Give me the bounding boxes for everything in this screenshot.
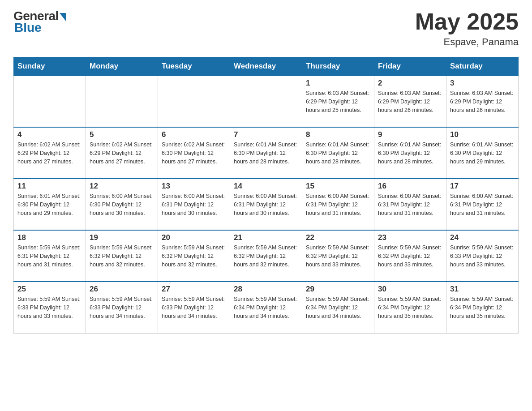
day-info: Sunrise: 5:59 AM Sunset: 6:32 PM Dayligh… — [306, 244, 370, 269]
day-info: Sunrise: 6:03 AM Sunset: 6:29 PM Dayligh… — [306, 89, 370, 114]
calendar-cell: 4Sunrise: 6:02 AM Sunset: 6:29 PM Daylig… — [14, 127, 86, 179]
calendar-cell: 1Sunrise: 6:03 AM Sunset: 6:29 PM Daylig… — [302, 76, 374, 127]
day-info: Sunrise: 5:59 AM Sunset: 6:34 PM Dayligh… — [234, 295, 298, 320]
day-number: 18 — [17, 233, 82, 242]
day-info: Sunrise: 6:01 AM Sunset: 6:30 PM Dayligh… — [306, 141, 370, 166]
calendar-cell — [230, 76, 302, 127]
day-number: 15 — [306, 182, 370, 191]
day-info: Sunrise: 6:00 AM Sunset: 6:31 PM Dayligh… — [306, 192, 370, 217]
day-number: 28 — [234, 285, 298, 294]
day-info: Sunrise: 5:59 AM Sunset: 6:32 PM Dayligh… — [234, 244, 298, 269]
calendar-cell: 24Sunrise: 5:59 AM Sunset: 6:33 PM Dayli… — [446, 230, 519, 282]
calendar-cell: 23Sunrise: 5:59 AM Sunset: 6:32 PM Dayli… — [374, 230, 446, 282]
day-number: 2 — [378, 79, 442, 88]
title-block: May 2025 Espave, Panama — [415, 9, 519, 48]
calendar-cell: 3Sunrise: 6:03 AM Sunset: 6:29 PM Daylig… — [446, 76, 519, 127]
day-info: Sunrise: 6:00 AM Sunset: 6:31 PM Dayligh… — [450, 192, 515, 217]
day-number: 12 — [90, 182, 154, 191]
calendar-cell: 14Sunrise: 6:00 AM Sunset: 6:31 PM Dayli… — [230, 179, 302, 230]
day-info: Sunrise: 6:02 AM Sunset: 6:29 PM Dayligh… — [17, 141, 82, 166]
calendar-cell — [14, 76, 86, 127]
logo-arrow-icon — [60, 13, 66, 21]
calendar-cell: 19Sunrise: 5:59 AM Sunset: 6:32 PM Dayli… — [86, 230, 158, 282]
day-info: Sunrise: 5:59 AM Sunset: 6:32 PM Dayligh… — [162, 244, 226, 269]
calendar-cell: 21Sunrise: 5:59 AM Sunset: 6:32 PM Dayli… — [230, 230, 302, 282]
calendar-week-row: 18Sunrise: 5:59 AM Sunset: 6:31 PM Dayli… — [14, 230, 519, 282]
calendar-cell: 9Sunrise: 6:01 AM Sunset: 6:30 PM Daylig… — [374, 127, 446, 179]
calendar-cell: 15Sunrise: 6:00 AM Sunset: 6:31 PM Dayli… — [302, 179, 374, 230]
day-info: Sunrise: 6:03 AM Sunset: 6:29 PM Dayligh… — [450, 89, 515, 114]
day-info: Sunrise: 6:00 AM Sunset: 6:31 PM Dayligh… — [234, 192, 298, 217]
day-info: Sunrise: 5:59 AM Sunset: 6:33 PM Dayligh… — [450, 244, 515, 269]
day-number: 8 — [306, 130, 370, 139]
day-number: 31 — [450, 285, 515, 294]
calendar-cell: 30Sunrise: 5:59 AM Sunset: 6:34 PM Dayli… — [374, 282, 446, 333]
day-info: Sunrise: 6:00 AM Sunset: 6:30 PM Dayligh… — [90, 192, 154, 217]
day-number: 9 — [378, 130, 442, 139]
day-number: 22 — [306, 233, 370, 242]
calendar-cell: 16Sunrise: 6:00 AM Sunset: 6:31 PM Dayli… — [374, 179, 446, 230]
calendar-cell: 10Sunrise: 6:01 AM Sunset: 6:30 PM Dayli… — [446, 127, 519, 179]
day-info: Sunrise: 5:59 AM Sunset: 6:32 PM Dayligh… — [378, 244, 442, 269]
day-number: 5 — [90, 130, 154, 139]
calendar-cell: 22Sunrise: 5:59 AM Sunset: 6:32 PM Dayli… — [302, 230, 374, 282]
day-number: 30 — [378, 285, 442, 294]
calendar-cell: 31Sunrise: 5:59 AM Sunset: 6:34 PM Dayli… — [446, 282, 519, 333]
day-info: Sunrise: 6:01 AM Sunset: 6:30 PM Dayligh… — [378, 141, 442, 166]
column-header-friday: Friday — [374, 57, 446, 76]
day-number: 10 — [450, 130, 515, 139]
day-info: Sunrise: 5:59 AM Sunset: 6:32 PM Dayligh… — [90, 244, 154, 269]
calendar-cell: 13Sunrise: 6:00 AM Sunset: 6:31 PM Dayli… — [158, 179, 230, 230]
column-header-saturday: Saturday — [446, 57, 519, 76]
calendar-cell: 17Sunrise: 6:00 AM Sunset: 6:31 PM Dayli… — [446, 179, 519, 230]
day-info: Sunrise: 5:59 AM Sunset: 6:33 PM Dayligh… — [17, 295, 82, 320]
calendar-cell: 5Sunrise: 6:02 AM Sunset: 6:29 PM Daylig… — [86, 127, 158, 179]
calendar-week-row: 4Sunrise: 6:02 AM Sunset: 6:29 PM Daylig… — [14, 127, 519, 179]
day-number: 29 — [306, 285, 370, 294]
day-number: 23 — [378, 233, 442, 242]
day-number: 13 — [162, 182, 226, 191]
day-info: Sunrise: 6:03 AM Sunset: 6:29 PM Dayligh… — [378, 89, 442, 114]
day-number: 3 — [450, 79, 515, 88]
calendar-week-row: 11Sunrise: 6:01 AM Sunset: 6:30 PM Dayli… — [14, 179, 519, 230]
column-header-monday: Monday — [86, 57, 158, 76]
day-info: Sunrise: 6:01 AM Sunset: 6:30 PM Dayligh… — [17, 192, 82, 217]
calendar-cell: 20Sunrise: 5:59 AM Sunset: 6:32 PM Dayli… — [158, 230, 230, 282]
day-number: 25 — [17, 285, 82, 294]
day-number: 19 — [90, 233, 154, 242]
day-number: 26 — [90, 285, 154, 294]
calendar-cell: 8Sunrise: 6:01 AM Sunset: 6:30 PM Daylig… — [302, 127, 374, 179]
calendar-cell: 28Sunrise: 5:59 AM Sunset: 6:34 PM Dayli… — [230, 282, 302, 333]
day-number: 1 — [306, 79, 370, 88]
column-header-thursday: Thursday — [302, 57, 374, 76]
day-number: 17 — [450, 182, 515, 191]
calendar-table: SundayMondayTuesdayWednesdayThursdayFrid… — [13, 57, 519, 334]
day-number: 7 — [234, 130, 298, 139]
location-text: Espave, Panama — [415, 36, 519, 48]
calendar-week-row: 25Sunrise: 5:59 AM Sunset: 6:33 PM Dayli… — [14, 282, 519, 333]
calendar-cell: 25Sunrise: 5:59 AM Sunset: 6:33 PM Dayli… — [14, 282, 86, 333]
day-info: Sunrise: 6:01 AM Sunset: 6:30 PM Dayligh… — [450, 141, 515, 166]
day-info: Sunrise: 6:02 AM Sunset: 6:30 PM Dayligh… — [162, 141, 226, 166]
day-info: Sunrise: 6:00 AM Sunset: 6:31 PM Dayligh… — [378, 192, 442, 217]
day-info: Sunrise: 5:59 AM Sunset: 6:33 PM Dayligh… — [162, 295, 226, 320]
calendar-cell — [158, 76, 230, 127]
logo-blue-text: Blue — [14, 21, 42, 35]
calendar-cell: 7Sunrise: 6:01 AM Sunset: 6:30 PM Daylig… — [230, 127, 302, 179]
calendar-cell — [86, 76, 158, 127]
calendar-week-row: 1Sunrise: 6:03 AM Sunset: 6:29 PM Daylig… — [14, 76, 519, 127]
day-number: 4 — [17, 130, 82, 139]
day-info: Sunrise: 5:59 AM Sunset: 6:34 PM Dayligh… — [450, 295, 515, 320]
day-info: Sunrise: 5:59 AM Sunset: 6:34 PM Dayligh… — [378, 295, 442, 320]
day-number: 27 — [162, 285, 226, 294]
calendar-cell: 6Sunrise: 6:02 AM Sunset: 6:30 PM Daylig… — [158, 127, 230, 179]
day-number: 20 — [162, 233, 226, 242]
calendar-cell: 29Sunrise: 5:59 AM Sunset: 6:34 PM Dayli… — [302, 282, 374, 333]
day-number: 21 — [234, 233, 298, 242]
column-header-sunday: Sunday — [14, 57, 86, 76]
page-header: General Blue May 2025 Espave, Panama — [13, 9, 519, 48]
calendar-cell: 12Sunrise: 6:00 AM Sunset: 6:30 PM Dayli… — [86, 179, 158, 230]
day-info: Sunrise: 6:02 AM Sunset: 6:29 PM Dayligh… — [90, 141, 154, 166]
day-info: Sunrise: 6:00 AM Sunset: 6:31 PM Dayligh… — [162, 192, 226, 217]
calendar-cell: 27Sunrise: 5:59 AM Sunset: 6:33 PM Dayli… — [158, 282, 230, 333]
